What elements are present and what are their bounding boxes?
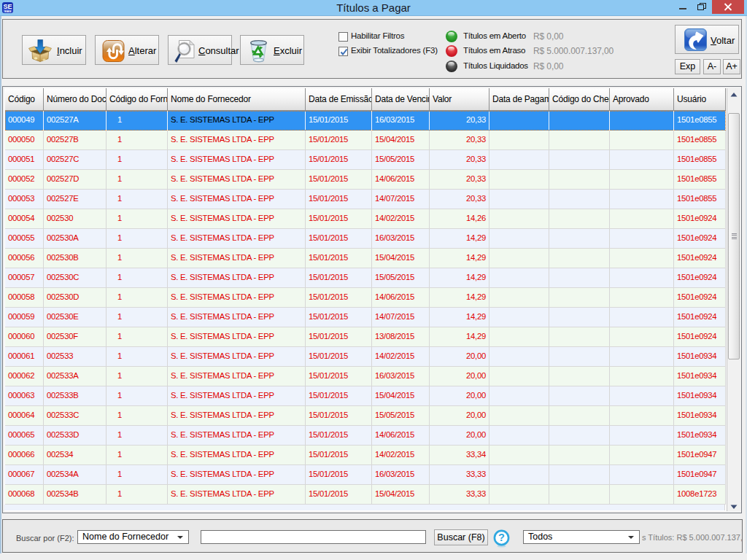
svg-text:?: ? [498, 532, 505, 543]
svg-text:SIAS: SIAS [4, 9, 12, 13]
